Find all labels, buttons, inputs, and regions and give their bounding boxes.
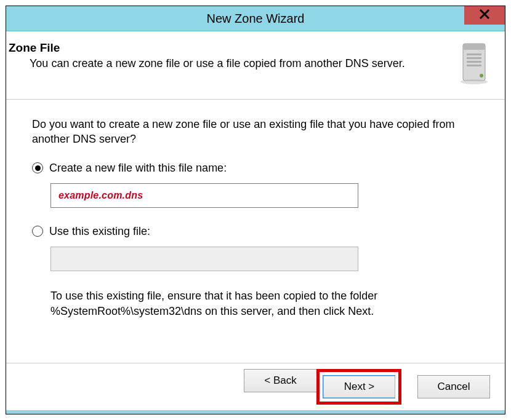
svg-rect-6 <box>467 61 481 63</box>
existing-file-name-input <box>50 247 358 271</box>
next-button-highlight: Next > <box>316 369 401 405</box>
svg-rect-5 <box>467 57 481 59</box>
close-icon <box>479 9 490 22</box>
back-button[interactable]: < Back <box>244 369 316 392</box>
close-button[interactable] <box>464 6 505 25</box>
svg-point-8 <box>480 74 483 77</box>
svg-rect-4 <box>467 53 481 55</box>
radio-use-existing[interactable] <box>32 226 43 237</box>
existing-file-note: To use this existing file, ensure that i… <box>50 288 479 319</box>
svg-point-9 <box>461 79 488 84</box>
wizard-body: Do you want to create a new zone file or… <box>6 100 505 363</box>
new-file-name-value: example.com.dns <box>58 190 143 201</box>
server-tower-icon <box>458 41 493 88</box>
radio-create-new[interactable] <box>32 162 43 173</box>
new-file-name-input[interactable]: example.com.dns <box>50 183 358 208</box>
back-button-label: < Back <box>264 374 296 387</box>
page-subheading: You can create a new zone file or use a … <box>9 57 458 70</box>
bottom-window-edge <box>6 410 505 414</box>
cancel-button-label: Cancel <box>438 381 470 393</box>
body-prompt: Do you want to create a new zone file or… <box>32 117 479 147</box>
option-create-label: Create a new file with this file name: <box>49 162 227 175</box>
svg-rect-7 <box>467 65 481 66</box>
option-use-existing-file[interactable]: Use this existing file: <box>32 225 479 238</box>
option-create-new-file[interactable]: Create a new file with this file name: <box>32 162 479 175</box>
window-title: New Zone Wizard <box>207 12 305 26</box>
titlebar: New Zone Wizard <box>6 6 505 31</box>
svg-rect-3 <box>463 44 485 50</box>
cancel-button[interactable]: Cancel <box>417 375 490 398</box>
option-existing-label: Use this existing file: <box>49 225 150 238</box>
next-button[interactable]: Next > <box>323 375 395 398</box>
wizard-footer: < Back Next > Cancel <box>6 363 505 410</box>
wizard-header: Zone File You can create a new zone file… <box>6 31 505 100</box>
next-button-label: Next > <box>344 381 375 393</box>
page-heading: Zone File <box>9 41 458 55</box>
wizard-window: New Zone Wizard Zone File You can create… <box>6 6 505 414</box>
